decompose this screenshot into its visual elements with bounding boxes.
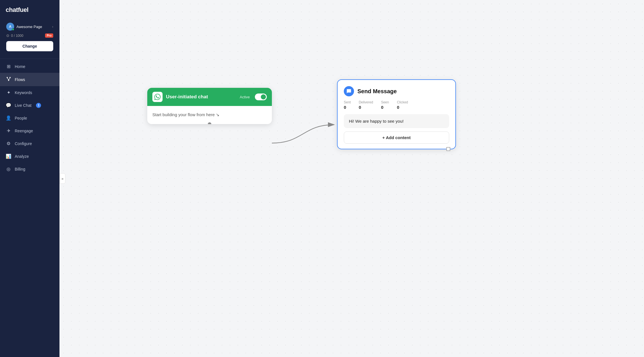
main-canvas: User-initiated chat Active Start buildin… <box>59 0 644 357</box>
credits-icon: ⊙ <box>6 33 9 38</box>
stat-clicked-label: Clicked <box>397 100 408 104</box>
stat-delivered-value: 0 <box>359 105 373 110</box>
account-row[interactable]: A Awesome Page › <box>4 21 56 32</box>
account-chevron-icon: › <box>52 25 53 28</box>
flow-canvas[interactable]: User-initiated chat Active Start buildin… <box>59 0 644 357</box>
reengage-icon: ✈ <box>6 128 11 133</box>
keywords-icon: ✦ <box>6 90 11 95</box>
app-logo: chatfuel <box>0 0 59 19</box>
stat-delivered: Delivered 0 <box>359 100 373 110</box>
change-button[interactable]: Change <box>6 41 53 51</box>
trigger-title: User-initiated chat <box>166 94 236 100</box>
sidebar-item-label: Billing <box>15 167 25 171</box>
sidebar-item-configure[interactable]: ⚙ Configure <box>0 137 59 150</box>
sidebar-item-label: Flows <box>15 77 25 82</box>
trigger-body: Start building your flow from here ↘ <box>147 106 272 124</box>
sidebar-item-label: Live Chat <box>15 103 31 108</box>
credits-text: 0 / 1000 <box>11 34 43 38</box>
flows-icon <box>6 76 11 82</box>
stat-seen-label: Seen <box>381 100 389 104</box>
message-stats: Sent 0 Delivered 0 Seen 0 Clicked 0 <box>344 100 449 110</box>
message-icon <box>344 86 354 96</box>
sidebar: chatfuel A Awesome Page › ⊙ 0 / 1000 Pro… <box>0 0 59 357</box>
nav-divider <box>0 59 59 59</box>
trigger-node[interactable]: User-initiated chat Active Start buildin… <box>147 88 272 124</box>
collapse-icon: » <box>61 177 63 181</box>
stat-sent-value: 0 <box>344 105 351 110</box>
people-icon: 👤 <box>6 115 11 121</box>
svg-point-1 <box>9 77 10 78</box>
message-node[interactable]: Send Message Sent 0 Delivered 0 Seen 0 C… <box>337 79 456 149</box>
account-section: A Awesome Page › ⊙ 0 / 1000 Pro Change <box>0 19 59 58</box>
collapse-sidebar-button[interactable]: » <box>59 173 65 184</box>
sidebar-item-reengage[interactable]: ✈ Reengage <box>0 124 59 137</box>
analyze-icon: 📊 <box>6 154 11 159</box>
active-label: Active <box>240 95 250 99</box>
stat-clicked: Clicked 0 <box>397 100 408 110</box>
sidebar-item-analyze[interactable]: 📊 Analyze <box>0 150 59 163</box>
billing-icon: ◎ <box>6 166 11 172</box>
stat-sent-label: Sent <box>344 100 351 104</box>
message-output-connector <box>446 147 450 151</box>
online-indicator <box>12 28 14 31</box>
sidebar-item-flows[interactable]: Flows <box>0 73 59 86</box>
sidebar-item-label: Configure <box>15 141 32 146</box>
sidebar-item-billing[interactable]: ◎ Billing <box>0 163 59 175</box>
sidebar-item-label: Keywords <box>15 90 32 95</box>
trigger-header: User-initiated chat Active <box>147 88 272 106</box>
home-icon: ⊞ <box>6 64 11 69</box>
svg-point-2 <box>8 80 9 81</box>
message-header: Send Message <box>344 86 449 96</box>
whatsapp-icon <box>152 92 163 102</box>
connector-svg <box>59 0 644 357</box>
message-text: Hi! We are happy to see you! <box>349 119 404 124</box>
sidebar-nav: ⊞ Home Flows ✦ Keywords 💬 Live Chat 1 👤 <box>0 60 59 175</box>
account-name: Awesome Page <box>16 25 50 29</box>
message-title: Send Message <box>357 88 397 95</box>
stat-clicked-value: 0 <box>397 105 408 110</box>
pro-badge: Pro <box>45 33 53 38</box>
flow-connector-path <box>272 125 334 143</box>
sidebar-item-keywords[interactable]: ✦ Keywords <box>0 86 59 99</box>
stat-delivered-label: Delivered <box>359 100 373 104</box>
sidebar-item-people[interactable]: 👤 People <box>0 112 59 124</box>
svg-line-3 <box>7 78 8 80</box>
sidebar-item-label: Home <box>15 64 25 69</box>
stat-seen: Seen 0 <box>381 100 389 110</box>
sidebar-item-label: People <box>15 116 27 120</box>
sidebar-item-home[interactable]: ⊞ Home <box>0 60 59 73</box>
stat-sent: Sent 0 <box>344 100 351 110</box>
sidebar-item-label: Analyze <box>15 154 29 159</box>
avatar: A <box>6 23 14 31</box>
stat-seen-value: 0 <box>381 105 389 110</box>
sidebar-item-label: Reengage <box>15 129 33 133</box>
livechat-badge: 1 <box>36 103 41 108</box>
configure-icon: ⚙ <box>6 141 11 146</box>
add-content-button[interactable]: + Add content <box>344 131 449 144</box>
sidebar-item-livechat[interactable]: 💬 Live Chat 1 <box>0 99 59 112</box>
message-content-box: Hi! We are happy to see you! <box>344 114 449 128</box>
svg-line-4 <box>8 78 10 80</box>
credits-row: ⊙ 0 / 1000 Pro <box>4 32 56 40</box>
livechat-icon: 💬 <box>6 103 11 108</box>
svg-point-0 <box>7 77 8 78</box>
toggle-active[interactable] <box>255 94 267 100</box>
trigger-placeholder: Start building your flow from here ↘ <box>152 112 219 117</box>
